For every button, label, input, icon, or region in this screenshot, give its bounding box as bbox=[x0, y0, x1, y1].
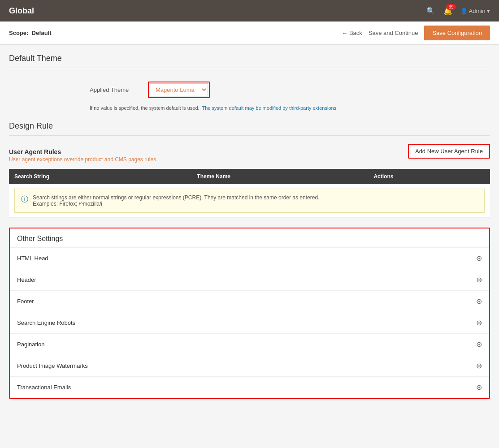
chevron-search-engine-robots-icon: ⊛ bbox=[476, 319, 482, 327]
search-icon[interactable]: 🔍 bbox=[426, 7, 435, 15]
user-agent-title: User Agent Rules bbox=[9, 148, 158, 155]
accordion-search-engine-robots-label: Search Engine Robots bbox=[17, 319, 75, 326]
user-agent-rules-table: Search String Theme Name Actions ⓘ Searc… bbox=[9, 169, 490, 218]
info-notice: ⓘ Search strings are either normal strin… bbox=[14, 189, 485, 213]
accordion-product-image-watermarks[interactable]: Product Image Watermarks ⊛ bbox=[10, 355, 489, 377]
table-header-row: Search String Theme Name Actions bbox=[9, 169, 490, 184]
notification-badge: 39 bbox=[446, 4, 456, 10]
accordion-product-image-watermarks-label: Product Image Watermarks bbox=[17, 362, 88, 369]
chevron-transactional-emails-icon: ⊛ bbox=[476, 383, 482, 392]
accordion-footer-label: Footer bbox=[17, 298, 34, 305]
page-header: Scope: Default ← Back Save and Continue … bbox=[0, 22, 499, 45]
accordion-pagination[interactable]: Pagination ⊛ bbox=[10, 334, 489, 355]
theme-note-link[interactable]: The system default may be modified by th… bbox=[202, 105, 338, 111]
accordion-search-engine-robots[interactable]: Search Engine Robots ⊛ bbox=[10, 312, 489, 334]
add-new-user-agent-rule-button[interactable]: Add New User Agent Rule bbox=[408, 144, 490, 159]
applied-theme-select[interactable]: Magento Luma Magento Blank bbox=[150, 83, 208, 96]
accordion-transactional-emails-label: Transactional Emails bbox=[17, 384, 71, 391]
scope-label: Scope: Default bbox=[9, 30, 52, 36]
accordion-transactional-emails[interactable]: Transactional Emails ⊛ bbox=[10, 377, 489, 398]
user-agent-top: User Agent Rules User agent exceptions o… bbox=[9, 144, 490, 164]
applied-theme-row: Applied Theme Magento Luma Magento Blank bbox=[9, 76, 490, 103]
accordion-pagination-label: Pagination bbox=[17, 341, 44, 348]
chevron-html-head-icon: ⊛ bbox=[476, 254, 482, 263]
table-empty-row: ⓘ Search strings are either normal strin… bbox=[9, 184, 490, 218]
back-button[interactable]: ← Back bbox=[342, 30, 362, 36]
accordion-footer[interactable]: Footer ⊛ bbox=[10, 291, 489, 312]
user-agent-desc: User agent exceptions override product a… bbox=[9, 156, 158, 163]
theme-note: If no value is specified, the system def… bbox=[9, 103, 490, 117]
accordion-header-label: Header bbox=[17, 276, 36, 283]
info-text: Search strings are either normal strings… bbox=[33, 194, 319, 207]
save-config-button[interactable]: Save Configuration bbox=[424, 26, 490, 40]
design-rule-title: Design Rule bbox=[9, 121, 490, 131]
chevron-header-icon: ⊛ bbox=[476, 276, 482, 284]
top-bar-right: 🔍 🔔 39 👤 Admin ▾ bbox=[426, 7, 490, 15]
other-settings-title: Other Settings bbox=[10, 228, 489, 248]
table-info-cell: ⓘ Search strings are either normal strin… bbox=[9, 184, 490, 218]
top-bar: Global 🔍 🔔 39 👤 Admin ▾ bbox=[0, 0, 499, 22]
chevron-product-image-watermarks-icon: ⊛ bbox=[476, 362, 482, 370]
save-continue-button[interactable]: Save and Continue bbox=[369, 30, 418, 36]
other-settings-box: Other Settings HTML Head ⊛ Header ⊛ Foot… bbox=[9, 228, 490, 399]
notification-icon[interactable]: 🔔 39 bbox=[443, 7, 452, 15]
default-theme-title: Default Theme bbox=[9, 54, 490, 63]
header-actions: ← Back Save and Continue Save Configurat… bbox=[342, 26, 490, 40]
col-theme-name: Theme Name bbox=[191, 169, 368, 184]
chevron-pagination-icon: ⊛ bbox=[476, 340, 482, 349]
main-content: Default Theme Applied Theme Magento Luma… bbox=[0, 45, 499, 408]
default-theme-divider bbox=[9, 68, 490, 68]
applied-theme-select-wrapper: Magento Luma Magento Blank bbox=[148, 82, 210, 98]
user-agent-header: User Agent Rules User agent exceptions o… bbox=[9, 144, 158, 164]
applied-theme-label: Applied Theme bbox=[90, 86, 139, 93]
accordion-html-head[interactable]: HTML Head ⊛ bbox=[10, 248, 489, 269]
chevron-footer-icon: ⊛ bbox=[476, 297, 482, 306]
admin-menu[interactable]: 👤 Admin ▾ bbox=[460, 8, 490, 14]
accordion-header[interactable]: Header ⊛ bbox=[10, 269, 489, 291]
info-icon: ⓘ bbox=[21, 195, 28, 204]
col-search-string: Search String bbox=[9, 169, 191, 184]
accordion-html-head-label: HTML Head bbox=[17, 255, 48, 262]
design-rule-divider bbox=[9, 135, 490, 136]
app-title: Global bbox=[9, 6, 34, 16]
design-rule-section: Design Rule User Agent Rules User agent … bbox=[9, 121, 490, 218]
col-actions: Actions bbox=[368, 169, 490, 184]
